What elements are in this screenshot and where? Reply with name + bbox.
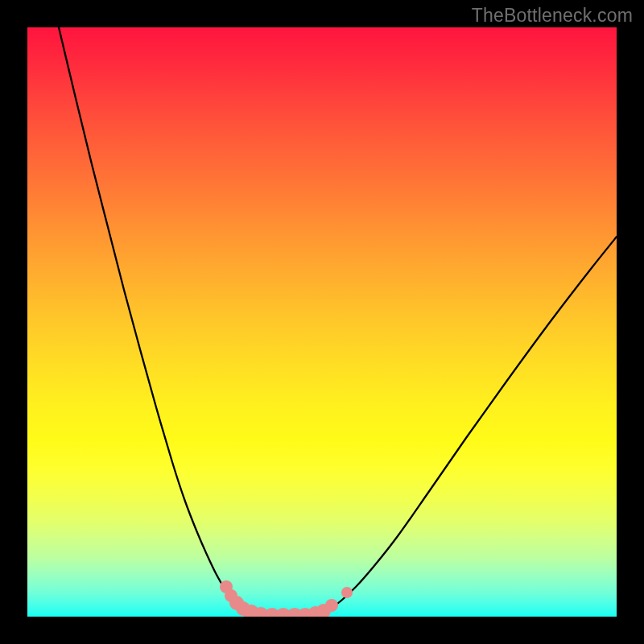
- watermark-text: TheBottleneck.com: [472, 5, 633, 27]
- right-up-1: [325, 599, 338, 612]
- chart-frame: TheBottleneck.com: [0, 0, 644, 644]
- data-markers: [220, 580, 353, 617]
- plot-area: [27, 27, 617, 617]
- bottleneck-curve: [59, 27, 617, 616]
- curve-canvas: [27, 27, 617, 617]
- right-up-gap: [341, 587, 353, 598]
